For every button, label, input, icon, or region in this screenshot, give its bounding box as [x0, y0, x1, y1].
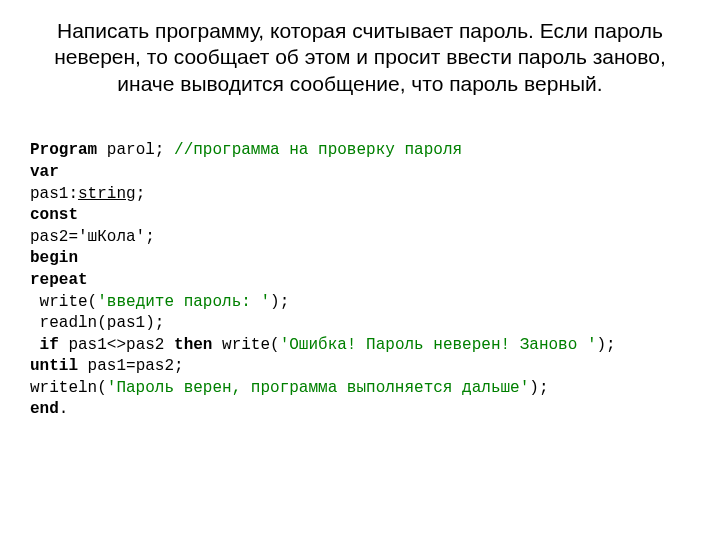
dot: .: [59, 400, 69, 418]
readln-call: readln(pas1);: [30, 314, 164, 332]
str-prompt: 'введите пароль: ': [97, 293, 270, 311]
kw-then: then: [174, 336, 212, 354]
paren-close: );: [270, 293, 289, 311]
kw-end: end: [30, 400, 59, 418]
kw-begin: begin: [30, 249, 78, 267]
semi: ;: [136, 185, 146, 203]
str-ok: 'Пароль верен, программа выполняется дал…: [107, 379, 529, 397]
kw-program: Program: [30, 141, 97, 159]
code-block: Program parol; //программа на проверку п…: [30, 119, 690, 421]
until-cond: pas1=pas2;: [78, 357, 184, 375]
kw-if: if: [40, 336, 59, 354]
ident-parol: parol;: [97, 141, 174, 159]
decl-pas1: pas1:: [30, 185, 78, 203]
comment: //программа на проверку пароля: [174, 141, 462, 159]
str-error: 'Ошибка! Пароль неверен! Заново ': [280, 336, 597, 354]
indent: [30, 336, 40, 354]
task-description: Написать программу, которая считывает па…: [30, 18, 690, 97]
write2: write(: [212, 336, 279, 354]
kw-until: until: [30, 357, 78, 375]
cond: pas1<>pas2: [59, 336, 174, 354]
kw-const: const: [30, 206, 78, 224]
kw-repeat: repeat: [30, 271, 88, 289]
paren-close2: );: [597, 336, 616, 354]
const-pas2: pas2='шКола';: [30, 228, 155, 246]
type-string: string: [78, 185, 136, 203]
writeln-call: writeln(: [30, 379, 107, 397]
write-call: write(: [30, 293, 97, 311]
paren-close3: );: [529, 379, 548, 397]
kw-var: var: [30, 163, 59, 181]
